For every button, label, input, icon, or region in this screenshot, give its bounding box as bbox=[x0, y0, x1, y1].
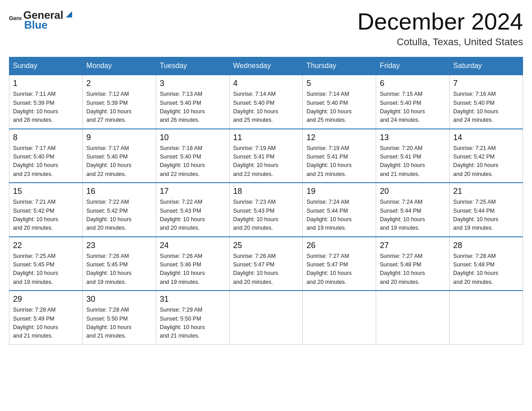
svg-marker-1 bbox=[66, 11, 72, 17]
day-info: Sunrise: 7:28 AM Sunset: 5:50 PM Dayligh… bbox=[86, 306, 152, 341]
day-cell bbox=[450, 291, 523, 344]
day-number: 4 bbox=[233, 79, 299, 88]
header-row: SundayMondayTuesdayWednesdayThursdayFrid… bbox=[9, 57, 523, 75]
day-cell: 22 Sunrise: 7:25 AM Sunset: 5:45 PM Dayl… bbox=[9, 237, 83, 291]
day-info: Sunrise: 7:25 AM Sunset: 5:44 PM Dayligh… bbox=[453, 198, 519, 233]
day-info: Sunrise: 7:24 AM Sunset: 5:44 PM Dayligh… bbox=[380, 198, 446, 233]
day-info: Sunrise: 7:22 AM Sunset: 5:42 PM Dayligh… bbox=[86, 198, 152, 233]
day-cell: 3 Sunrise: 7:13 AM Sunset: 5:40 PM Dayli… bbox=[156, 75, 229, 129]
logo-triangle-icon bbox=[64, 9, 74, 19]
day-number: 5 bbox=[306, 79, 372, 88]
day-cell: 21 Sunrise: 7:25 AM Sunset: 5:44 PM Dayl… bbox=[450, 183, 523, 237]
day-info: Sunrise: 7:22 AM Sunset: 5:43 PM Dayligh… bbox=[160, 198, 226, 233]
day-number: 9 bbox=[86, 133, 152, 142]
day-number: 14 bbox=[453, 133, 519, 142]
day-number: 17 bbox=[160, 187, 226, 196]
month-title: December 2024 bbox=[357, 9, 523, 34]
day-info: Sunrise: 7:27 AM Sunset: 5:48 PM Dayligh… bbox=[380, 252, 446, 287]
day-number: 23 bbox=[86, 241, 152, 250]
day-info: Sunrise: 7:17 AM Sunset: 5:40 PM Dayligh… bbox=[13, 144, 79, 179]
day-info: Sunrise: 7:14 AM Sunset: 5:40 PM Dayligh… bbox=[306, 90, 372, 125]
day-cell: 12 Sunrise: 7:19 AM Sunset: 5:41 PM Dayl… bbox=[303, 129, 376, 183]
logo: General General Blue bbox=[9, 9, 74, 31]
day-cell bbox=[376, 291, 450, 344]
day-cell: 4 Sunrise: 7:14 AM Sunset: 5:40 PM Dayli… bbox=[229, 75, 303, 129]
day-info: Sunrise: 7:28 AM Sunset: 5:48 PM Dayligh… bbox=[453, 252, 519, 287]
day-cell: 10 Sunrise: 7:18 AM Sunset: 5:40 PM Dayl… bbox=[156, 129, 229, 183]
day-cell: 2 Sunrise: 7:12 AM Sunset: 5:39 PM Dayli… bbox=[82, 75, 156, 129]
day-number: 12 bbox=[306, 133, 372, 142]
day-cell: 17 Sunrise: 7:22 AM Sunset: 5:43 PM Dayl… bbox=[156, 183, 229, 237]
day-number: 21 bbox=[453, 187, 519, 196]
day-info: Sunrise: 7:17 AM Sunset: 5:40 PM Dayligh… bbox=[86, 144, 152, 179]
day-cell: 24 Sunrise: 7:26 AM Sunset: 5:46 PM Dayl… bbox=[156, 237, 229, 291]
calendar-table: SundayMondayTuesdayWednesdayThursdayFrid… bbox=[9, 57, 523, 345]
day-number: 3 bbox=[160, 79, 226, 88]
day-number: 20 bbox=[380, 187, 446, 196]
day-info: Sunrise: 7:26 AM Sunset: 5:46 PM Dayligh… bbox=[160, 252, 226, 287]
day-cell: 29 Sunrise: 7:28 AM Sunset: 5:49 PM Dayl… bbox=[9, 291, 83, 344]
day-number: 16 bbox=[86, 187, 152, 196]
day-info: Sunrise: 7:16 AM Sunset: 5:40 PM Dayligh… bbox=[453, 90, 519, 125]
day-cell: 9 Sunrise: 7:17 AM Sunset: 5:40 PM Dayli… bbox=[82, 129, 156, 183]
day-cell: 13 Sunrise: 7:20 AM Sunset: 5:41 PM Dayl… bbox=[376, 129, 450, 183]
day-cell: 20 Sunrise: 7:24 AM Sunset: 5:44 PM Dayl… bbox=[376, 183, 450, 237]
day-info: Sunrise: 7:28 AM Sunset: 5:49 PM Dayligh… bbox=[13, 306, 79, 341]
header-saturday: Saturday bbox=[450, 57, 523, 75]
day-number: 19 bbox=[306, 187, 372, 196]
day-cell: 25 Sunrise: 7:26 AM Sunset: 5:47 PM Dayl… bbox=[229, 237, 303, 291]
day-cell: 11 Sunrise: 7:19 AM Sunset: 5:41 PM Dayl… bbox=[229, 129, 303, 183]
day-cell: 14 Sunrise: 7:21 AM Sunset: 5:42 PM Dayl… bbox=[450, 129, 523, 183]
header-sunday: Sunday bbox=[9, 57, 83, 75]
calendar-header: SundayMondayTuesdayWednesdayThursdayFrid… bbox=[9, 57, 523, 75]
day-number: 6 bbox=[380, 79, 446, 88]
week-row-1: 8 Sunrise: 7:17 AM Sunset: 5:40 PM Dayli… bbox=[9, 129, 523, 183]
day-number: 22 bbox=[13, 241, 79, 250]
header-wednesday: Wednesday bbox=[229, 57, 303, 75]
day-info: Sunrise: 7:15 AM Sunset: 5:40 PM Dayligh… bbox=[380, 90, 446, 125]
svg-text:General: General bbox=[9, 15, 21, 21]
day-info: Sunrise: 7:24 AM Sunset: 5:44 PM Dayligh… bbox=[306, 198, 372, 233]
week-row-2: 15 Sunrise: 7:21 AM Sunset: 5:42 PM Dayl… bbox=[9, 183, 523, 237]
day-info: Sunrise: 7:11 AM Sunset: 5:39 PM Dayligh… bbox=[13, 90, 79, 125]
day-cell: 6 Sunrise: 7:15 AM Sunset: 5:40 PM Dayli… bbox=[376, 75, 450, 129]
title-area: December 2024 Cotulla, Texas, United Sta… bbox=[357, 9, 523, 48]
day-info: Sunrise: 7:23 AM Sunset: 5:43 PM Dayligh… bbox=[233, 198, 299, 233]
day-info: Sunrise: 7:14 AM Sunset: 5:40 PM Dayligh… bbox=[233, 90, 299, 125]
day-cell: 28 Sunrise: 7:28 AM Sunset: 5:48 PM Dayl… bbox=[450, 237, 523, 291]
day-cell: 8 Sunrise: 7:17 AM Sunset: 5:40 PM Dayli… bbox=[9, 129, 83, 183]
day-cell: 26 Sunrise: 7:27 AM Sunset: 5:47 PM Dayl… bbox=[303, 237, 376, 291]
day-number: 15 bbox=[13, 187, 79, 196]
day-info: Sunrise: 7:19 AM Sunset: 5:41 PM Dayligh… bbox=[306, 144, 372, 179]
day-info: Sunrise: 7:12 AM Sunset: 5:39 PM Dayligh… bbox=[86, 90, 152, 125]
day-info: Sunrise: 7:21 AM Sunset: 5:42 PM Dayligh… bbox=[453, 144, 519, 179]
day-info: Sunrise: 7:13 AM Sunset: 5:40 PM Dayligh… bbox=[160, 90, 226, 125]
day-info: Sunrise: 7:26 AM Sunset: 5:45 PM Dayligh… bbox=[86, 252, 152, 287]
day-number: 13 bbox=[380, 133, 446, 142]
day-number: 31 bbox=[160, 295, 226, 304]
week-row-4: 29 Sunrise: 7:28 AM Sunset: 5:49 PM Dayl… bbox=[9, 291, 523, 344]
day-number: 24 bbox=[160, 241, 226, 250]
day-cell bbox=[303, 291, 376, 344]
logo-icon: General bbox=[9, 14, 21, 26]
day-number: 1 bbox=[13, 79, 79, 88]
day-cell: 18 Sunrise: 7:23 AM Sunset: 5:43 PM Dayl… bbox=[229, 183, 303, 237]
day-number: 25 bbox=[233, 241, 299, 250]
day-info: Sunrise: 7:21 AM Sunset: 5:42 PM Dayligh… bbox=[13, 198, 79, 233]
day-info: Sunrise: 7:18 AM Sunset: 5:40 PM Dayligh… bbox=[160, 144, 226, 179]
day-info: Sunrise: 7:25 AM Sunset: 5:45 PM Dayligh… bbox=[13, 252, 79, 287]
day-cell: 19 Sunrise: 7:24 AM Sunset: 5:44 PM Dayl… bbox=[303, 183, 376, 237]
day-number: 29 bbox=[13, 295, 79, 304]
page-header: General General Blue December 2024 Cotul… bbox=[9, 9, 523, 48]
day-number: 28 bbox=[453, 241, 519, 250]
week-row-3: 22 Sunrise: 7:25 AM Sunset: 5:45 PM Dayl… bbox=[9, 237, 523, 291]
calendar-body: 1 Sunrise: 7:11 AM Sunset: 5:39 PM Dayli… bbox=[9, 75, 523, 344]
day-cell: 1 Sunrise: 7:11 AM Sunset: 5:39 PM Dayli… bbox=[9, 75, 83, 129]
day-cell: 27 Sunrise: 7:27 AM Sunset: 5:48 PM Dayl… bbox=[376, 237, 450, 291]
day-cell: 31 Sunrise: 7:29 AM Sunset: 5:50 PM Dayl… bbox=[156, 291, 229, 344]
day-info: Sunrise: 7:20 AM Sunset: 5:41 PM Dayligh… bbox=[380, 144, 446, 179]
day-info: Sunrise: 7:26 AM Sunset: 5:47 PM Dayligh… bbox=[233, 252, 299, 287]
day-number: 18 bbox=[233, 187, 299, 196]
header-monday: Monday bbox=[82, 57, 156, 75]
day-number: 10 bbox=[160, 133, 226, 142]
